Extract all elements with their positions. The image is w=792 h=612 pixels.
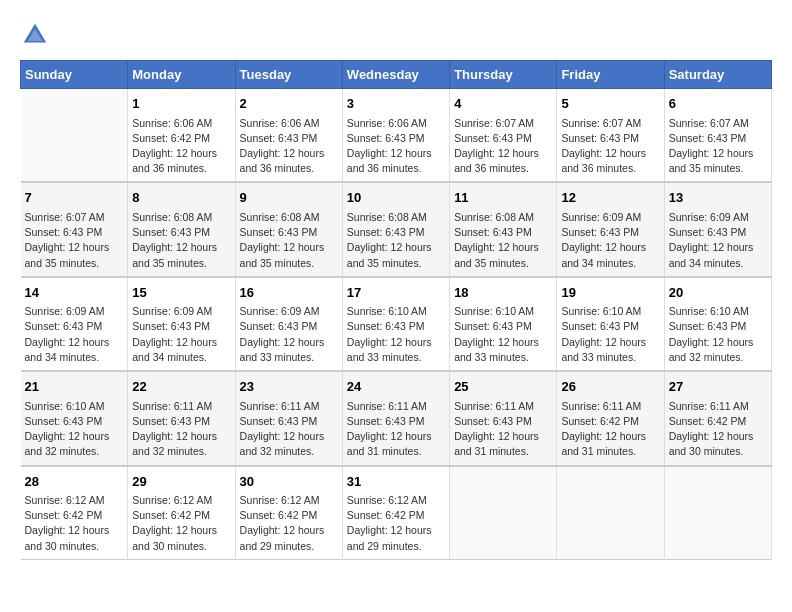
day-info: Sunrise: 6:06 AMSunset: 6:42 PMDaylight:… bbox=[132, 116, 230, 177]
day-info: Sunrise: 6:09 AMSunset: 6:43 PMDaylight:… bbox=[132, 304, 230, 365]
day-info: Sunrise: 6:06 AMSunset: 6:43 PMDaylight:… bbox=[240, 116, 338, 177]
day-info: Sunrise: 6:08 AMSunset: 6:43 PMDaylight:… bbox=[240, 210, 338, 271]
day-number: 29 bbox=[132, 472, 230, 492]
calendar-cell: 9Sunrise: 6:08 AMSunset: 6:43 PMDaylight… bbox=[235, 182, 342, 276]
week-row-5: 28Sunrise: 6:12 AMSunset: 6:42 PMDayligh… bbox=[21, 466, 772, 560]
logo bbox=[20, 20, 54, 50]
calendar-cell: 6Sunrise: 6:07 AMSunset: 6:43 PMDaylight… bbox=[664, 89, 771, 183]
calendar-cell: 5Sunrise: 6:07 AMSunset: 6:43 PMDaylight… bbox=[557, 89, 664, 183]
calendar-cell: 14Sunrise: 6:09 AMSunset: 6:43 PMDayligh… bbox=[21, 277, 128, 371]
day-number: 5 bbox=[561, 94, 659, 114]
calendar-cell: 4Sunrise: 6:07 AMSunset: 6:43 PMDaylight… bbox=[450, 89, 557, 183]
day-number: 23 bbox=[240, 377, 338, 397]
day-number: 15 bbox=[132, 283, 230, 303]
day-number: 1 bbox=[132, 94, 230, 114]
day-number: 22 bbox=[132, 377, 230, 397]
day-info: Sunrise: 6:07 AMSunset: 6:43 PMDaylight:… bbox=[25, 210, 124, 271]
day-number: 3 bbox=[347, 94, 445, 114]
calendar-cell: 7Sunrise: 6:07 AMSunset: 6:43 PMDaylight… bbox=[21, 182, 128, 276]
day-info: Sunrise: 6:11 AMSunset: 6:43 PMDaylight:… bbox=[132, 399, 230, 460]
day-number: 6 bbox=[669, 94, 767, 114]
day-number: 4 bbox=[454, 94, 552, 114]
day-info: Sunrise: 6:11 AMSunset: 6:42 PMDaylight:… bbox=[669, 399, 767, 460]
day-number: 11 bbox=[454, 188, 552, 208]
day-number: 17 bbox=[347, 283, 445, 303]
day-number: 10 bbox=[347, 188, 445, 208]
day-info: Sunrise: 6:08 AMSunset: 6:43 PMDaylight:… bbox=[132, 210, 230, 271]
day-number: 7 bbox=[25, 188, 124, 208]
day-header-tuesday: Tuesday bbox=[235, 61, 342, 89]
calendar-cell: 20Sunrise: 6:10 AMSunset: 6:43 PMDayligh… bbox=[664, 277, 771, 371]
day-number: 31 bbox=[347, 472, 445, 492]
calendar-cell: 26Sunrise: 6:11 AMSunset: 6:42 PMDayligh… bbox=[557, 371, 664, 465]
calendar-cell: 10Sunrise: 6:08 AMSunset: 6:43 PMDayligh… bbox=[342, 182, 449, 276]
day-number: 18 bbox=[454, 283, 552, 303]
calendar-cell: 15Sunrise: 6:09 AMSunset: 6:43 PMDayligh… bbox=[128, 277, 235, 371]
calendar-cell: 2Sunrise: 6:06 AMSunset: 6:43 PMDaylight… bbox=[235, 89, 342, 183]
day-number: 8 bbox=[132, 188, 230, 208]
calendar-cell: 13Sunrise: 6:09 AMSunset: 6:43 PMDayligh… bbox=[664, 182, 771, 276]
day-info: Sunrise: 6:06 AMSunset: 6:43 PMDaylight:… bbox=[347, 116, 445, 177]
day-number: 28 bbox=[25, 472, 124, 492]
calendar-cell: 19Sunrise: 6:10 AMSunset: 6:43 PMDayligh… bbox=[557, 277, 664, 371]
day-header-thursday: Thursday bbox=[450, 61, 557, 89]
day-info: Sunrise: 6:08 AMSunset: 6:43 PMDaylight:… bbox=[454, 210, 552, 271]
day-info: Sunrise: 6:09 AMSunset: 6:43 PMDaylight:… bbox=[669, 210, 767, 271]
day-info: Sunrise: 6:07 AMSunset: 6:43 PMDaylight:… bbox=[669, 116, 767, 177]
day-info: Sunrise: 6:09 AMSunset: 6:43 PMDaylight:… bbox=[561, 210, 659, 271]
calendar-cell: 1Sunrise: 6:06 AMSunset: 6:42 PMDaylight… bbox=[128, 89, 235, 183]
week-row-4: 21Sunrise: 6:10 AMSunset: 6:43 PMDayligh… bbox=[21, 371, 772, 465]
day-number: 2 bbox=[240, 94, 338, 114]
week-row-1: 1Sunrise: 6:06 AMSunset: 6:42 PMDaylight… bbox=[21, 89, 772, 183]
calendar-cell: 27Sunrise: 6:11 AMSunset: 6:42 PMDayligh… bbox=[664, 371, 771, 465]
page-header bbox=[20, 20, 772, 50]
day-number: 16 bbox=[240, 283, 338, 303]
day-info: Sunrise: 6:10 AMSunset: 6:43 PMDaylight:… bbox=[347, 304, 445, 365]
day-info: Sunrise: 6:11 AMSunset: 6:43 PMDaylight:… bbox=[347, 399, 445, 460]
calendar-cell: 30Sunrise: 6:12 AMSunset: 6:42 PMDayligh… bbox=[235, 466, 342, 560]
day-number: 19 bbox=[561, 283, 659, 303]
calendar-cell: 31Sunrise: 6:12 AMSunset: 6:42 PMDayligh… bbox=[342, 466, 449, 560]
calendar-cell: 23Sunrise: 6:11 AMSunset: 6:43 PMDayligh… bbox=[235, 371, 342, 465]
calendar-cell: 11Sunrise: 6:08 AMSunset: 6:43 PMDayligh… bbox=[450, 182, 557, 276]
calendar-cell: 25Sunrise: 6:11 AMSunset: 6:43 PMDayligh… bbox=[450, 371, 557, 465]
day-info: Sunrise: 6:12 AMSunset: 6:42 PMDaylight:… bbox=[25, 493, 124, 554]
day-info: Sunrise: 6:12 AMSunset: 6:42 PMDaylight:… bbox=[240, 493, 338, 554]
day-header-saturday: Saturday bbox=[664, 61, 771, 89]
day-header-wednesday: Wednesday bbox=[342, 61, 449, 89]
calendar-cell bbox=[664, 466, 771, 560]
day-info: Sunrise: 6:10 AMSunset: 6:43 PMDaylight:… bbox=[561, 304, 659, 365]
day-header-sunday: Sunday bbox=[21, 61, 128, 89]
logo-icon bbox=[20, 20, 50, 50]
day-info: Sunrise: 6:09 AMSunset: 6:43 PMDaylight:… bbox=[240, 304, 338, 365]
day-header-friday: Friday bbox=[557, 61, 664, 89]
calendar-cell: 3Sunrise: 6:06 AMSunset: 6:43 PMDaylight… bbox=[342, 89, 449, 183]
day-number: 26 bbox=[561, 377, 659, 397]
day-number: 13 bbox=[669, 188, 767, 208]
calendar-cell: 12Sunrise: 6:09 AMSunset: 6:43 PMDayligh… bbox=[557, 182, 664, 276]
day-info: Sunrise: 6:11 AMSunset: 6:42 PMDaylight:… bbox=[561, 399, 659, 460]
day-info: Sunrise: 6:11 AMSunset: 6:43 PMDaylight:… bbox=[240, 399, 338, 460]
day-info: Sunrise: 6:11 AMSunset: 6:43 PMDaylight:… bbox=[454, 399, 552, 460]
header-row: SundayMondayTuesdayWednesdayThursdayFrid… bbox=[21, 61, 772, 89]
day-info: Sunrise: 6:07 AMSunset: 6:43 PMDaylight:… bbox=[454, 116, 552, 177]
day-info: Sunrise: 6:12 AMSunset: 6:42 PMDaylight:… bbox=[347, 493, 445, 554]
calendar-cell: 24Sunrise: 6:11 AMSunset: 6:43 PMDayligh… bbox=[342, 371, 449, 465]
calendar-cell: 29Sunrise: 6:12 AMSunset: 6:42 PMDayligh… bbox=[128, 466, 235, 560]
day-info: Sunrise: 6:10 AMSunset: 6:43 PMDaylight:… bbox=[25, 399, 124, 460]
calendar-cell: 17Sunrise: 6:10 AMSunset: 6:43 PMDayligh… bbox=[342, 277, 449, 371]
day-info: Sunrise: 6:09 AMSunset: 6:43 PMDaylight:… bbox=[25, 304, 124, 365]
day-number: 9 bbox=[240, 188, 338, 208]
calendar-cell bbox=[21, 89, 128, 183]
day-info: Sunrise: 6:12 AMSunset: 6:42 PMDaylight:… bbox=[132, 493, 230, 554]
calendar-cell: 8Sunrise: 6:08 AMSunset: 6:43 PMDaylight… bbox=[128, 182, 235, 276]
calendar-table: SundayMondayTuesdayWednesdayThursdayFrid… bbox=[20, 60, 772, 560]
day-info: Sunrise: 6:07 AMSunset: 6:43 PMDaylight:… bbox=[561, 116, 659, 177]
day-number: 25 bbox=[454, 377, 552, 397]
day-number: 12 bbox=[561, 188, 659, 208]
calendar-cell bbox=[450, 466, 557, 560]
day-info: Sunrise: 6:10 AMSunset: 6:43 PMDaylight:… bbox=[669, 304, 767, 365]
calendar-cell: 22Sunrise: 6:11 AMSunset: 6:43 PMDayligh… bbox=[128, 371, 235, 465]
day-number: 24 bbox=[347, 377, 445, 397]
calendar-cell: 21Sunrise: 6:10 AMSunset: 6:43 PMDayligh… bbox=[21, 371, 128, 465]
